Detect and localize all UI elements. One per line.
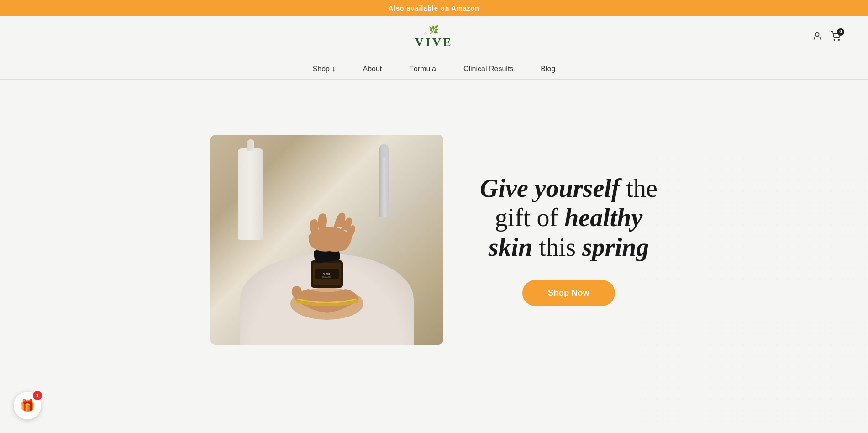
headline-spring: spring (582, 233, 649, 261)
hero-headline: Give yourself thegift of healthyskin thi… (480, 174, 658, 262)
hero-text-area: Give yourself thegift of healthyskin thi… (480, 174, 658, 306)
svg-text:Healthy Skin: Healthy Skin (322, 276, 331, 278)
gift-badge: 1 (33, 391, 42, 400)
hands-product-illustration: VIVE Healthy Skin (249, 176, 405, 331)
gift-widget[interactable]: 🎁 1 (14, 392, 41, 419)
gift-icon: 🎁 (20, 399, 35, 413)
cart-badge: 0 (837, 28, 844, 36)
nav-formula[interactable]: Formula (409, 65, 436, 73)
headline-give-yourself: Give yourself (480, 174, 620, 202)
logo[interactable]: 🌿 VIVE (415, 25, 453, 49)
svg-point-1 (834, 39, 835, 40)
logo-leaf-icon: 🌿 (429, 25, 439, 35)
main-nav: Shop ↓ About Formula Clinical Results Bl… (0, 58, 868, 80)
shop-now-button[interactable]: Shop Now (522, 280, 615, 306)
hero-section: VIVE Healthy Skin Give yourself thegift … (0, 80, 868, 400)
headline-this: this (532, 233, 582, 261)
nav-clinical-results[interactable]: Clinical Results (463, 65, 513, 73)
nav-blog[interactable]: Blog (541, 65, 555, 73)
header-actions: 0 (812, 31, 841, 43)
banner-text: Also available on Amazon (389, 5, 479, 12)
hero-bg-pattern (640, 153, 868, 427)
top-banner[interactable]: Also available on Amazon (0, 0, 868, 16)
cart-button[interactable]: 0 (831, 31, 841, 43)
header: 🌿 VIVE 0 (0, 16, 868, 58)
svg-point-0 (815, 32, 819, 36)
nav-shop[interactable]: Shop ↓ (313, 65, 336, 73)
nav-about[interactable]: About (363, 65, 382, 73)
logo-text: VIVE (415, 36, 453, 49)
account-button[interactable] (812, 31, 822, 43)
svg-text:VIVE: VIVE (323, 273, 330, 275)
account-icon (812, 31, 822, 41)
svg-point-2 (838, 39, 839, 40)
hero-image: VIVE Healthy Skin (210, 135, 443, 345)
